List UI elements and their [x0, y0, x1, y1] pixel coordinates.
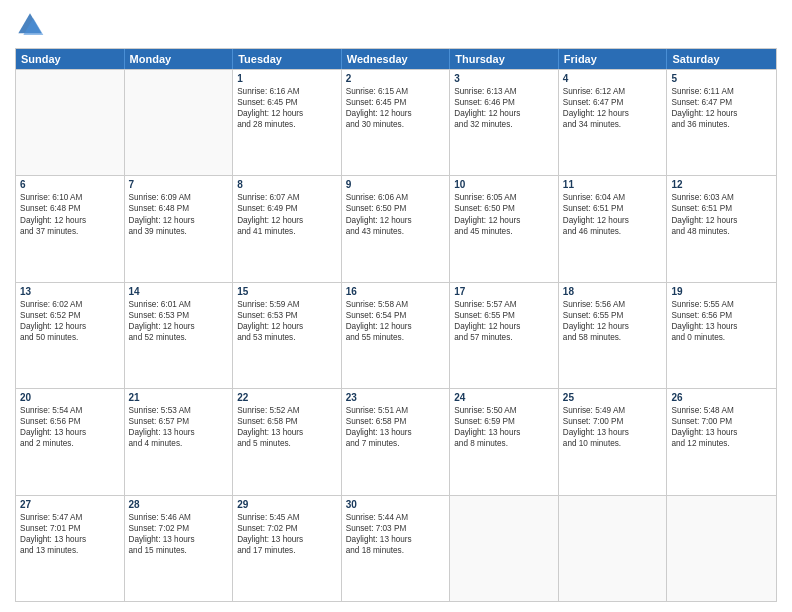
cell-line: and 17 minutes. — [237, 545, 337, 556]
cell-line: Sunrise: 6:10 AM — [20, 192, 120, 203]
cell-line: Sunrise: 6:01 AM — [129, 299, 229, 310]
cell-line: Sunrise: 6:13 AM — [454, 86, 554, 97]
day-cell-4: 4Sunrise: 6:12 AMSunset: 6:47 PMDaylight… — [559, 70, 668, 175]
cell-line: and 18 minutes. — [346, 545, 446, 556]
day-number: 24 — [454, 392, 554, 403]
day-number: 7 — [129, 179, 229, 190]
cell-line: Daylight: 13 hours — [563, 427, 663, 438]
header-day-thursday: Thursday — [450, 49, 559, 69]
calendar-row-4: 20Sunrise: 5:54 AMSunset: 6:56 PMDayligh… — [16, 388, 776, 494]
day-number: 2 — [346, 73, 446, 84]
day-cell-16: 16Sunrise: 5:58 AMSunset: 6:54 PMDayligh… — [342, 283, 451, 388]
cell-line: and 10 minutes. — [563, 438, 663, 449]
cell-line: Sunset: 6:45 PM — [237, 97, 337, 108]
day-cell-2: 2Sunrise: 6:15 AMSunset: 6:45 PMDaylight… — [342, 70, 451, 175]
cell-line: Sunset: 6:46 PM — [454, 97, 554, 108]
cell-line: Sunset: 6:51 PM — [563, 203, 663, 214]
day-cell-12: 12Sunrise: 6:03 AMSunset: 6:51 PMDayligh… — [667, 176, 776, 281]
day-cell-6: 6Sunrise: 6:10 AMSunset: 6:48 PMDaylight… — [16, 176, 125, 281]
day-number: 27 — [20, 499, 120, 510]
cell-line: Daylight: 13 hours — [671, 321, 772, 332]
cell-line: Sunrise: 6:02 AM — [20, 299, 120, 310]
header — [15, 10, 777, 40]
cell-line: and 41 minutes. — [237, 226, 337, 237]
cell-line: Sunset: 6:58 PM — [237, 416, 337, 427]
header-day-tuesday: Tuesday — [233, 49, 342, 69]
day-number: 4 — [563, 73, 663, 84]
header-day-monday: Monday — [125, 49, 234, 69]
empty-cell — [125, 70, 234, 175]
cell-line: Sunset: 6:56 PM — [20, 416, 120, 427]
day-cell-25: 25Sunrise: 5:49 AMSunset: 7:00 PMDayligh… — [559, 389, 668, 494]
cell-line: and 37 minutes. — [20, 226, 120, 237]
cell-line: Sunrise: 5:48 AM — [671, 405, 772, 416]
day-cell-14: 14Sunrise: 6:01 AMSunset: 6:53 PMDayligh… — [125, 283, 234, 388]
day-cell-30: 30Sunrise: 5:44 AMSunset: 7:03 PMDayligh… — [342, 496, 451, 601]
cell-line: Sunrise: 5:45 AM — [237, 512, 337, 523]
cell-line: Sunset: 7:00 PM — [563, 416, 663, 427]
cell-line: and 46 minutes. — [563, 226, 663, 237]
cell-line: Sunrise: 5:54 AM — [20, 405, 120, 416]
cell-line: and 8 minutes. — [454, 438, 554, 449]
calendar-row-1: 1Sunrise: 6:16 AMSunset: 6:45 PMDaylight… — [16, 69, 776, 175]
header-day-saturday: Saturday — [667, 49, 776, 69]
header-day-friday: Friday — [559, 49, 668, 69]
day-number: 19 — [671, 286, 772, 297]
cell-line: Sunset: 6:57 PM — [129, 416, 229, 427]
day-cell-7: 7Sunrise: 6:09 AMSunset: 6:48 PMDaylight… — [125, 176, 234, 281]
cell-line: Sunset: 6:53 PM — [237, 310, 337, 321]
day-number: 21 — [129, 392, 229, 403]
cell-line: and 39 minutes. — [129, 226, 229, 237]
cell-line: Sunrise: 6:06 AM — [346, 192, 446, 203]
cell-line: Sunrise: 6:11 AM — [671, 86, 772, 97]
day-cell-17: 17Sunrise: 5:57 AMSunset: 6:55 PMDayligh… — [450, 283, 559, 388]
cell-line: Sunrise: 5:51 AM — [346, 405, 446, 416]
cell-line: Sunrise: 6:07 AM — [237, 192, 337, 203]
day-number: 30 — [346, 499, 446, 510]
cell-line: Sunset: 6:58 PM — [346, 416, 446, 427]
day-number: 23 — [346, 392, 446, 403]
day-cell-23: 23Sunrise: 5:51 AMSunset: 6:58 PMDayligh… — [342, 389, 451, 494]
cell-line: Daylight: 12 hours — [454, 108, 554, 119]
cell-line: Sunrise: 5:58 AM — [346, 299, 446, 310]
cell-line: Sunrise: 6:04 AM — [563, 192, 663, 203]
day-cell-13: 13Sunrise: 6:02 AMSunset: 6:52 PMDayligh… — [16, 283, 125, 388]
cell-line: Sunset: 6:48 PM — [129, 203, 229, 214]
cell-line: Daylight: 13 hours — [20, 427, 120, 438]
cell-line: Sunset: 6:53 PM — [129, 310, 229, 321]
cell-line: Sunrise: 5:44 AM — [346, 512, 446, 523]
cell-line: and 48 minutes. — [671, 226, 772, 237]
cell-line: and 5 minutes. — [237, 438, 337, 449]
cell-line: Sunset: 6:47 PM — [563, 97, 663, 108]
cell-line: Sunset: 6:59 PM — [454, 416, 554, 427]
day-number: 8 — [237, 179, 337, 190]
day-number: 3 — [454, 73, 554, 84]
cell-line: and 13 minutes. — [20, 545, 120, 556]
logo — [15, 10, 49, 40]
day-number: 22 — [237, 392, 337, 403]
day-number: 18 — [563, 286, 663, 297]
cell-line: Sunset: 6:48 PM — [20, 203, 120, 214]
cell-line: and 30 minutes. — [346, 119, 446, 130]
cell-line: and 34 minutes. — [563, 119, 663, 130]
day-number: 28 — [129, 499, 229, 510]
cell-line: Sunset: 6:49 PM — [237, 203, 337, 214]
cell-line: and 28 minutes. — [237, 119, 337, 130]
day-cell-28: 28Sunrise: 5:46 AMSunset: 7:02 PMDayligh… — [125, 496, 234, 601]
cell-line: and 50 minutes. — [20, 332, 120, 343]
cell-line: Daylight: 12 hours — [129, 215, 229, 226]
day-number: 6 — [20, 179, 120, 190]
day-number: 11 — [563, 179, 663, 190]
day-cell-22: 22Sunrise: 5:52 AMSunset: 6:58 PMDayligh… — [233, 389, 342, 494]
cell-line: Sunrise: 6:16 AM — [237, 86, 337, 97]
day-cell-8: 8Sunrise: 6:07 AMSunset: 6:49 PMDaylight… — [233, 176, 342, 281]
cell-line: and 7 minutes. — [346, 438, 446, 449]
cell-line: Daylight: 13 hours — [237, 534, 337, 545]
calendar-body: 1Sunrise: 6:16 AMSunset: 6:45 PMDaylight… — [16, 69, 776, 601]
cell-line: Sunset: 6:50 PM — [454, 203, 554, 214]
cell-line: Daylight: 12 hours — [20, 215, 120, 226]
day-number: 5 — [671, 73, 772, 84]
day-number: 29 — [237, 499, 337, 510]
cell-line: Daylight: 13 hours — [129, 427, 229, 438]
empty-cell — [450, 496, 559, 601]
